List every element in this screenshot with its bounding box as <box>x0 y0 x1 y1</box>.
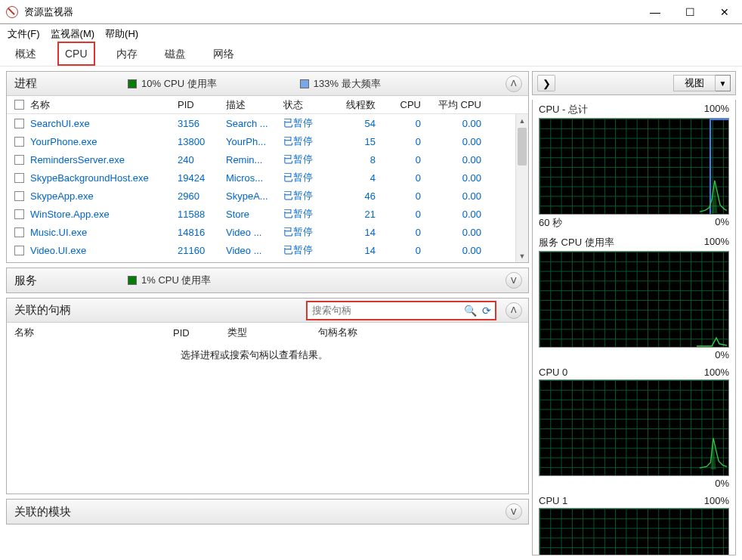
scroll-thumb[interactable] <box>518 128 527 166</box>
row-checkbox[interactable] <box>14 137 24 147</box>
chart-max: 100% <box>704 103 729 116</box>
proc-pid: 240 <box>178 154 226 166</box>
modules-expand-button[interactable]: ᐯ <box>505 503 522 520</box>
proc-cpu: 0 <box>383 245 428 256</box>
tab-overview[interactable]: 概述 <box>9 43 42 66</box>
proc-desc: Micros... <box>226 172 283 184</box>
handles-header[interactable]: 关联的句柄 🔍 ⟳ ᐱ <box>7 299 528 323</box>
proc-status: 已暂停 <box>283 153 329 166</box>
services-title: 服务 <box>14 274 37 288</box>
proc-name: WinStore.App.exe <box>30 209 110 220</box>
col-name[interactable]: 名称 <box>30 98 50 112</box>
max-freq-label: 133% 最大频率 <box>314 77 381 91</box>
proc-pid: 19424 <box>178 172 226 184</box>
handles-panel: 关联的句柄 🔍 ⟳ ᐱ 名称 PID 类型 句柄名称 选择进程或搜索句柄以查看结… <box>6 298 529 494</box>
proc-name: Music.UI.exe <box>30 227 87 238</box>
proc-avgcpu: 0.00 <box>428 209 489 220</box>
tab-memory[interactable]: 内存 <box>110 43 144 66</box>
proc-threads: 46 <box>329 190 383 202</box>
proc-threads: 14 <box>329 245 383 256</box>
table-row[interactable]: SkypeBackgroundHost.exe19424Micros...已暂停… <box>7 169 528 187</box>
chart-canvas <box>539 251 729 348</box>
col-cpu[interactable]: CPU <box>383 99 428 110</box>
select-all-checkbox[interactable] <box>14 100 24 110</box>
col-avgcpu[interactable]: 平均 CPU <box>428 98 489 112</box>
table-row[interactable]: SearchUI.exe3156Search ...已暂停5400.00 <box>7 114 528 132</box>
processes-collapse-button[interactable]: ᐱ <box>505 76 522 92</box>
proc-pid: 2960 <box>178 190 226 202</box>
proc-status: 已暂停 <box>283 116 329 130</box>
proc-status: 已暂停 <box>283 225 329 239</box>
row-checkbox[interactable] <box>14 246 24 255</box>
maximize-button[interactable]: ☐ <box>672 1 707 23</box>
close-button[interactable]: ✕ <box>707 1 742 23</box>
collapse-charts-button[interactable]: ❯ <box>537 75 555 91</box>
proc-desc: Search ... <box>226 118 283 129</box>
scroll-up-icon[interactable]: ▲ <box>516 114 528 127</box>
processes-title: 进程 <box>14 76 37 91</box>
hcol-type[interactable]: 类型 <box>227 326 318 339</box>
view-dropdown-button[interactable]: ▼ <box>716 75 731 91</box>
proc-avgcpu: 0.00 <box>428 190 489 202</box>
proc-status: 已暂停 <box>283 243 329 257</box>
tab-cpu[interactable]: CPU <box>57 42 95 66</box>
table-row[interactable]: Music.UI.exe14816Video ...已暂停1400.00 <box>7 223 528 241</box>
tab-network[interactable]: 网络 <box>207 43 240 66</box>
processes-panel: 进程 10% CPU 使用率 133% 最大频率 ᐱ 名称 PID 描述 状态 … <box>6 71 529 263</box>
proc-cpu: 0 <box>383 154 428 166</box>
chart-xright: 0% <box>715 349 729 360</box>
services-header[interactable]: 服务 1% CPU 使用率 ᐯ <box>7 268 528 292</box>
processes-table-header[interactable]: 名称 PID 描述 状态 线程数 CPU 平均 CPU <box>7 96 528 114</box>
col-desc[interactable]: 描述 <box>226 98 283 112</box>
table-row[interactable]: YourPhone.exe13800YourPh...已暂停1500.00 <box>7 132 528 150</box>
services-cpu-label: 1% CPU 使用率 <box>141 274 211 287</box>
handles-table-header[interactable]: 名称 PID 类型 句柄名称 <box>7 323 528 342</box>
proc-name: SkypeBackgroundHost.exe <box>30 172 149 184</box>
minimize-button[interactable]: — <box>638 1 672 23</box>
table-row[interactable]: WinStore.App.exe11588Store已暂停2100.00 <box>7 205 528 223</box>
row-checkbox[interactable] <box>14 119 24 128</box>
handles-collapse-button[interactable]: ᐱ <box>505 302 522 319</box>
proc-name: YourPhone.exe <box>30 136 97 147</box>
row-checkbox[interactable] <box>14 155 24 165</box>
hcol-handle-name[interactable]: 句柄名称 <box>318 326 469 339</box>
proc-desc: Video ... <box>226 245 283 256</box>
table-row[interactable]: SkypeApp.exe2960SkypeA...已暂停4600.00 <box>7 187 528 205</box>
row-checkbox[interactable] <box>14 209 24 219</box>
table-row[interactable]: Video.UI.exe21160Video ...已暂停1400.00 <box>7 241 528 259</box>
col-status[interactable]: 状态 <box>283 98 329 112</box>
proc-threads: 8 <box>329 154 383 166</box>
titlebar: 资源监视器 — ☐ ✕ <box>0 0 742 24</box>
processes-body: SearchUI.exe3156Search ...已暂停5400.00Your… <box>7 114 528 262</box>
search-icon[interactable]: 🔍 <box>462 305 478 317</box>
col-threads[interactable]: 线程数 <box>329 98 383 112</box>
row-checkbox[interactable] <box>14 227 24 237</box>
menu-monitor[interactable]: 监视器(M) <box>51 27 95 41</box>
right-pane: ❯ 视图 ▼ CPU - 总计100%60 秒0%服务 CPU 使用率100%0… <box>530 67 742 560</box>
col-pid[interactable]: PID <box>178 99 226 110</box>
refresh-icon[interactable]: ⟳ <box>478 305 495 317</box>
processes-scrollbar[interactable]: ▲ ▼ <box>515 114 528 262</box>
hcol-name[interactable]: 名称 <box>14 326 173 339</box>
table-row[interactable]: RemindersServer.exe240Remin...已暂停800.00 <box>7 150 528 169</box>
handles-search-input[interactable] <box>308 303 462 317</box>
proc-pid: 11588 <box>178 209 226 220</box>
menu-file[interactable]: 文件(F) <box>8 27 40 41</box>
row-checkbox[interactable] <box>14 191 24 201</box>
handles-title: 关联的句柄 <box>14 303 71 317</box>
row-checkbox[interactable] <box>14 173 24 183</box>
handles-empty-message: 选择进程或搜索句柄以查看结果。 <box>7 342 528 493</box>
view-label[interactable]: 视图 <box>673 75 716 91</box>
scroll-down-icon[interactable]: ▼ <box>516 249 528 262</box>
processes-header[interactable]: 进程 10% CPU 使用率 133% 最大频率 ᐱ <box>7 72 528 96</box>
view-menu[interactable]: 视图 ▼ <box>673 75 731 91</box>
chart-title: CPU 0 <box>539 367 567 378</box>
tab-disk[interactable]: 磁盘 <box>159 43 192 66</box>
menu-help[interactable]: 帮助(H) <box>105 27 138 41</box>
hcol-pid[interactable]: PID <box>173 327 227 339</box>
modules-header[interactable]: 关联的模块 ᐯ <box>7 500 528 524</box>
services-expand-button[interactable]: ᐯ <box>505 272 522 289</box>
proc-desc: SkypeA... <box>226 190 283 202</box>
chevron-right-icon: ❯ <box>543 78 551 89</box>
window-title: 资源监视器 <box>24 5 73 19</box>
